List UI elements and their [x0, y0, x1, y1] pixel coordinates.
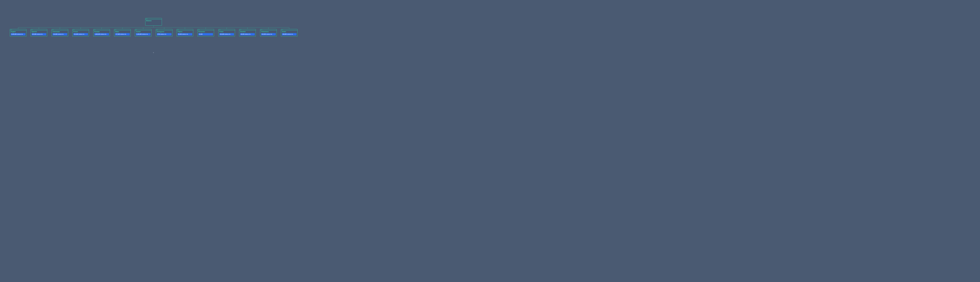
- child-node-english[interactable]: English6,200,000 visitors /m: [10, 29, 27, 37]
- visitor-badge: 55,000 visitors /m: [178, 33, 192, 35]
- node-body: Turkish1,100,000 visitors /m: [135, 30, 151, 36]
- window-dot-icon: [115, 30, 115, 30]
- node-body: Arabic168,000 visitors /m: [281, 30, 298, 36]
- node-title: Polish: [220, 31, 234, 33]
- child-node-filipino[interactable]: Filipino55,000 visitors /m: [177, 29, 193, 37]
- node-title: Swedish: [240, 31, 255, 33]
- window-dot-icon: [147, 19, 147, 19]
- node-title: Vietnamese: [261, 31, 276, 33]
- visitor-badge: 1,100,000 visitors /m: [136, 33, 151, 35]
- connector-lines: [0, 0, 307, 75]
- window-dot-icon: [137, 30, 137, 30]
- window-dot-icon: [146, 19, 146, 19]
- node-title: French: [73, 31, 88, 33]
- window-dot-icon: [158, 30, 158, 30]
- window-dot-icon: [53, 30, 54, 30]
- node-body: French313,000 visitors /m: [73, 30, 89, 36]
- window-dot-icon: [220, 30, 221, 30]
- node-body: Spanish934,000 visitors /m: [31, 30, 47, 36]
- window-dot-icon: [157, 30, 158, 30]
- window-dot-icon: [94, 30, 95, 30]
- child-node-romanian[interactable]: Romanian31,600: [197, 29, 214, 37]
- window-dot-icon: [178, 30, 179, 30]
- visitor-badge: 934,000 visitors /m: [32, 33, 46, 35]
- window-dot-icon: [241, 30, 241, 30]
- node-body: English6,200,000 visitors /m: [10, 30, 26, 36]
- node-body: Romanian31,600: [197, 30, 214, 36]
- node-title: English: [11, 31, 25, 33]
- window-dot-icon: [53, 30, 53, 30]
- window-dot-icon: [240, 30, 240, 30]
- visitor-badge: 313,000 visitors /m: [73, 33, 88, 35]
- child-node-indonesian[interactable]: Indonesian119,000 visitors /m: [51, 29, 68, 37]
- window-dot-icon: [261, 30, 261, 30]
- root-node-binance[interactable]: Binance: [145, 18, 162, 26]
- node-title: Indonesian: [52, 31, 67, 33]
- window-dot-icon: [282, 30, 282, 30]
- child-node-portuguese[interactable]: Portuguese2700 visitors /m: [156, 29, 172, 37]
- window-dot-icon: [199, 30, 199, 30]
- node-title: Russian: [94, 31, 109, 33]
- visitor-badge: 119,000 visitors /m: [52, 33, 67, 35]
- visitor-badge: 2700 visitors /m: [157, 33, 172, 35]
- window-dot-icon: [262, 30, 262, 30]
- window-dot-icon: [177, 30, 178, 30]
- visitor-badge: 6,200,000 visitors /m: [11, 33, 25, 35]
- node-title: Italian: [115, 31, 130, 33]
- window-dot-icon: [11, 30, 12, 30]
- window-dot-icon: [240, 30, 241, 30]
- window-dot-icon: [95, 30, 95, 30]
- window-dot-icon: [32, 30, 33, 30]
- node-body: Filipino55,000 visitors /m: [177, 30, 193, 36]
- node-body: Italian177,000 visitors /m: [114, 30, 130, 36]
- window-dot-icon: [199, 30, 199, 30]
- node-title: Arabic: [282, 31, 296, 33]
- visitor-badge: 20,000 visitors /m: [240, 33, 255, 35]
- node-title: Filipino: [178, 31, 192, 33]
- window-dot-icon: [146, 19, 147, 19]
- add-node-button[interactable]: +: [153, 52, 154, 54]
- child-node-spanish[interactable]: Spanish934,000 visitors /m: [30, 29, 47, 37]
- window-dot-icon: [10, 30, 11, 30]
- node-title: Spanish: [32, 31, 46, 33]
- window-dot-icon: [282, 30, 282, 30]
- window-dot-icon: [283, 30, 283, 30]
- window-dot-icon: [220, 30, 220, 30]
- window-dot-icon: [74, 30, 75, 30]
- node-body: Polish223,000 visitors /m: [218, 30, 235, 36]
- window-dot-icon: [73, 30, 73, 30]
- child-node-russian[interactable]: Russian1,000,000 visitors /m: [93, 29, 110, 37]
- window-dot-icon: [261, 30, 262, 30]
- window-dot-icon: [32, 30, 32, 30]
- window-dot-icon: [198, 30, 198, 30]
- window-dot-icon: [31, 30, 32, 30]
- node-body: Swedish20,000 visitors /m: [239, 30, 256, 36]
- window-dot-icon: [156, 30, 157, 30]
- visitor-badge: 223,000 visitors /m: [220, 33, 234, 35]
- window-dot-icon: [136, 30, 137, 30]
- window-dot-icon: [178, 30, 178, 30]
- node-body: Russian1,000,000 visitors /m: [94, 30, 110, 36]
- window-dot-icon: [94, 30, 94, 30]
- window-dot-icon: [11, 30, 11, 30]
- node-body: Indonesian119,000 visitors /m: [52, 30, 68, 36]
- visitor-badge: 177,000 visitors /m: [115, 33, 130, 35]
- window-dot-icon: [219, 30, 220, 30]
- node-body: Portuguese2700 visitors /m: [156, 30, 172, 36]
- window-dot-icon: [52, 30, 52, 30]
- child-node-french[interactable]: French313,000 visitors /m: [72, 29, 89, 37]
- child-node-vietnamese[interactable]: Vietnamese640,000 visitors /m: [260, 29, 277, 37]
- child-node-polish[interactable]: Polish223,000 visitors /m: [218, 29, 235, 37]
- child-node-arabic[interactable]: Arabic168,000 visitors /m: [281, 29, 298, 37]
- window-dot-icon: [135, 30, 136, 30]
- node-body: Vietnamese640,000 visitors /m: [260, 30, 277, 36]
- visitor-badge: 168,000 visitors /m: [282, 33, 296, 35]
- window-dot-icon: [116, 30, 116, 30]
- visitor-badge: 640,000 visitors /m: [261, 33, 276, 35]
- window-dot-icon: [73, 30, 74, 30]
- child-node-italian[interactable]: Italian177,000 visitors /m: [114, 29, 131, 37]
- node-title: Binance: [146, 20, 161, 22]
- child-node-swedish[interactable]: Swedish20,000 visitors /m: [239, 29, 256, 37]
- child-node-turkish[interactable]: Turkish1,100,000 visitors /m: [135, 29, 151, 37]
- node-title: Romanian: [198, 31, 213, 33]
